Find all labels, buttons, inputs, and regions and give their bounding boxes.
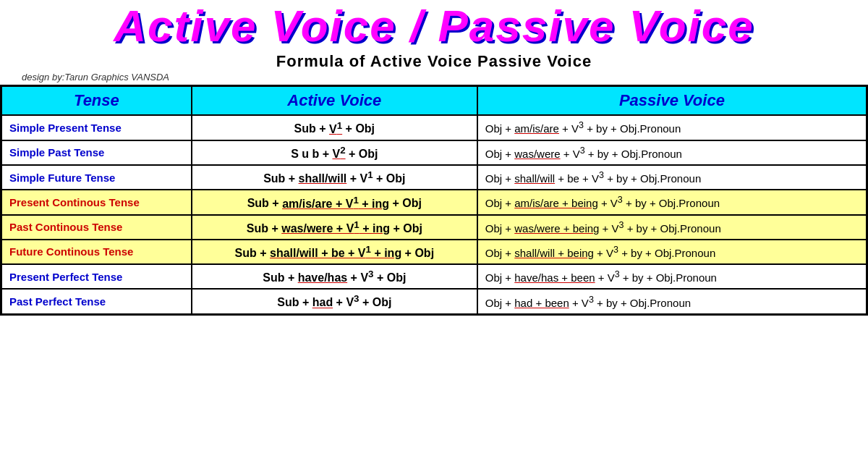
tense-cell: Simple Future Tense [1,165,192,190]
design-credit: design by:Tarun Graphics VANSDA [22,72,169,83]
table-row: Present Perfect TenseSub + have/has + V3… [1,264,867,289]
active-voice-cell: Sub + have/has + V3 + Obj [192,264,477,289]
tense-cell: Future Continous Tense [1,240,192,264]
passive-voice-cell: Obj + have/has + been + V3 + by + Obj.Pr… [477,264,867,289]
col-passive: Passive Voice [477,86,867,116]
table-row: Past Continous TenseSub + was/were + V1 … [1,215,867,240]
main-table: Tense Active Voice Passive Voice Simple … [0,85,868,316]
page-wrapper: Active Voice / Passive Voice Formula of … [0,0,868,456]
passive-voice-cell: Obj + am/is/are + being + V3 + by + Obj.… [477,190,867,214]
active-voice-cell: Sub + V1 + Obj [192,115,477,140]
table-row: Present Continous TenseSub + am/is/are +… [1,190,867,214]
tense-cell: Present Perfect Tense [1,264,192,289]
active-voice-cell: S u b + V2 + Obj [192,140,477,165]
passive-voice-cell: Obj + am/is/are + V3 + by + Obj.Pronoun [477,115,867,140]
col-active: Active Voice [192,86,477,116]
tense-cell: Present Continous Tense [1,190,192,214]
table-row: Simple Present TenseSub + V1 + ObjObj + … [1,115,867,140]
passive-voice-cell: Obj + was/were + being + V3 + by + Obj.P… [477,215,867,240]
active-voice-cell: Sub + shall/will + be + V1 + ing + Obj [192,240,477,264]
passive-voice-cell: Obj + shall/will + being + V3 + by + Obj… [477,240,867,264]
passive-voice-cell: Obj + was/were + V3 + by + Obj.Pronoun [477,140,867,165]
table-row: Future Continous TenseSub + shall/will +… [1,240,867,264]
passive-voice-cell: Obj + had + been + V3 + by + Obj.Pronoun [477,289,867,314]
passive-voice-cell: Obj + shall/will + be + V3 + by + Obj.Pr… [477,165,867,190]
active-voice-cell: Sub + am/is/are + V1 + ing + Obj [192,190,477,214]
tense-cell: Past Continous Tense [1,215,192,240]
table-row: Past Perfect TenseSub + had + V3 + ObjOb… [1,289,867,314]
tense-cell: Simple Past Tense [1,140,192,165]
active-voice-cell: Sub + was/were + V1 + ing + Obj [192,215,477,240]
table-row: Simple Future TenseSub + shall/will + V1… [1,165,867,190]
table-row: Simple Past TenseS u b + V2 + ObjObj + w… [1,140,867,165]
active-voice-cell: Sub + shall/will + V1 + Obj [192,165,477,190]
col-tense: Tense [1,86,192,116]
active-voice-cell: Sub + had + V3 + Obj [192,289,477,314]
tense-cell: Simple Present Tense [1,115,192,140]
main-title: Active Voice / Passive Voice [114,1,754,51]
tense-cell: Past Perfect Tense [1,289,192,314]
subtitle: Formula of Active Voice Passive Voice [276,52,592,71]
